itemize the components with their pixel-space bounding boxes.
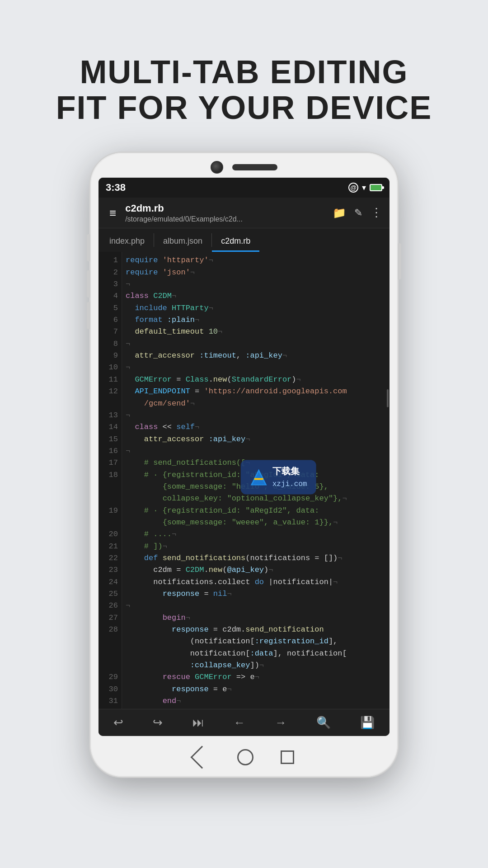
tabs-bar: index.php album.json c2dm.rb: [99, 228, 389, 252]
edit-button[interactable]: ✎: [354, 207, 362, 219]
watermark-sub: xzji.com: [272, 478, 307, 490]
nav-home-button[interactable]: [237, 749, 253, 765]
code-line-11: GCMError = Class.new(StandardError)¬: [126, 374, 386, 386]
code-line-7: default_timeout 10¬: [126, 326, 386, 338]
code-line-9: attr_accessor :timeout, :api_key¬: [126, 350, 386, 362]
code-line-8: ¬: [126, 338, 386, 350]
watermark-main: 下载集: [272, 464, 307, 478]
editor-bottom-bar: ↩ ↪ ⏭ ← → 🔍 💾: [99, 709, 389, 736]
toolbar: ≡ c2dm.rb /storage/emulated/0/Examples/c…: [99, 198, 389, 228]
redo-button[interactable]: ↪: [149, 712, 166, 733]
watermark-text: 下载集 xzji.com: [272, 464, 307, 490]
phone-nav-bar: [194, 749, 294, 765]
tab-c2dm-rb[interactable]: c2dm.rb: [212, 232, 259, 252]
toolbar-actions: 📁 ✎ ⋮: [333, 206, 382, 220]
headline-line2: FIT FOR YOUR DEVICE: [56, 90, 432, 126]
code-line-31: end¬: [126, 695, 386, 707]
nav-recent-button[interactable]: [281, 750, 294, 764]
code-line-28-cont2: notification[:data], notification[: [126, 648, 386, 660]
search-button[interactable]: 🔍: [313, 712, 334, 733]
code-line-23: c2dm = C2DM.new(@api_key)¬: [126, 564, 386, 576]
code-line-16: ¬: [126, 445, 386, 457]
undo-button[interactable]: ↩: [110, 712, 127, 733]
code-line-19: # · {registration_id: "aRegId2", data:: [126, 505, 386, 517]
code-line-12-cont: /gcm/send'¬: [126, 398, 386, 410]
code-line-12: API_ENDPOINT = 'https://android.googleap…: [126, 386, 386, 397]
code-line-6: format :plain¬: [126, 314, 386, 326]
toolbar-path: /storage/emulated/0/Examples/c2d...: [125, 215, 333, 223]
phone-screen: 3:38 @ ▾ ≡ c2dm.rb /storage/emulated/0/E…: [99, 178, 389, 736]
code-line-29: rescue GCMError => e¬: [126, 671, 386, 683]
code-line-10: ¬: [126, 362, 386, 373]
headline-line1: MULTI-TAB EDITING: [56, 54, 432, 90]
code-line-20: # ....¬: [126, 528, 386, 540]
code-line-13: ¬: [126, 410, 386, 421]
notification-icon: @: [348, 183, 358, 193]
watermark-logo-icon: [250, 468, 268, 486]
code-line-18-cont2: collapse_key: "optional_collapse_key"},¬: [126, 493, 386, 505]
nav-back-button[interactable]: [191, 746, 214, 769]
tab-album-json[interactable]: album.json: [154, 232, 211, 252]
code-editor: 1 2 3 4 5 6 7 8 9 10 11 12 13 14 15 16: [99, 252, 389, 709]
folder-button[interactable]: 📁: [333, 207, 346, 219]
code-line-27: begin¬: [126, 612, 386, 624]
line-numbers: 1 2 3 4 5 6 7 8 9 10 11 12 13 14 15 16: [99, 252, 122, 709]
status-icons: @ ▾: [348, 183, 382, 193]
toolbar-title-area: c2dm.rb /storage/emulated/0/Examples/c2d…: [120, 203, 333, 223]
code-line-28: response = c2dm.send_notification: [126, 624, 386, 636]
scroll-indicator: [387, 389, 389, 407]
speaker-slot: [232, 164, 277, 170]
phone-mockup: 3:38 @ ▾ ≡ c2dm.rb /storage/emulated/0/E…: [90, 153, 398, 777]
watermark: 下载集 xzji.com: [241, 460, 316, 494]
code-line-25: response = nil¬: [126, 588, 386, 600]
code-line-28-cont3: :collapse_key])¬: [126, 660, 386, 671]
menu-button[interactable]: ≡: [106, 203, 120, 222]
wifi-icon: ▾: [362, 183, 366, 193]
toolbar-filename: c2dm.rb: [125, 203, 333, 214]
code-line-28-cont1: (notification[:registration_id],: [126, 636, 386, 647]
code-line-26: ¬: [126, 600, 386, 612]
code-line-30: response = e¬: [126, 684, 386, 695]
battery-icon: [370, 184, 382, 191]
code-line-4: class C2DM¬: [126, 290, 386, 302]
camera-icon: [211, 161, 223, 174]
code-line-1: require 'httparty'¬: [126, 255, 386, 266]
code-line-22: def send_notifications(notifications = […: [126, 552, 386, 564]
code-line-15: attr_accessor :api_key¬: [126, 434, 386, 445]
code-line-3: ¬: [126, 278, 386, 290]
code-line-14: class << self¬: [126, 421, 386, 433]
code-content[interactable]: 下载集 xzji.com require 'httparty'¬ require…: [122, 252, 389, 709]
phone-frame: 3:38 @ ▾ ≡ c2dm.rb /storage/emulated/0/E…: [90, 153, 398, 777]
back-button[interactable]: ←: [230, 712, 249, 733]
forward-button[interactable]: →: [271, 712, 290, 733]
more-button[interactable]: ⋮: [371, 206, 382, 220]
save-button[interactable]: 💾: [357, 712, 378, 733]
code-line-24: notifications.collect do |notification|¬: [126, 576, 386, 588]
code-line-19-cont: {some_message: "weeee", a_value: 1}},¬: [126, 517, 386, 528]
skip-button[interactable]: ⏭: [189, 712, 208, 733]
status-bar: 3:38 @ ▾: [99, 178, 389, 198]
tab-index-php[interactable]: index.php: [100, 232, 154, 252]
code-line-5: include HTTParty¬: [126, 302, 386, 314]
code-line-21: # ])¬: [126, 541, 386, 552]
headline: MULTI-TAB EDITING FIT FOR YOUR DEVICE: [56, 27, 432, 126]
code-line-2: require 'json'¬: [126, 267, 386, 278]
svg-rect-2: [254, 478, 263, 480]
phone-top-notch: [211, 161, 277, 174]
status-time: 3:38: [106, 182, 126, 193]
headline-text: MULTI-TAB EDITING FIT FOR YOUR DEVICE: [56, 54, 432, 126]
